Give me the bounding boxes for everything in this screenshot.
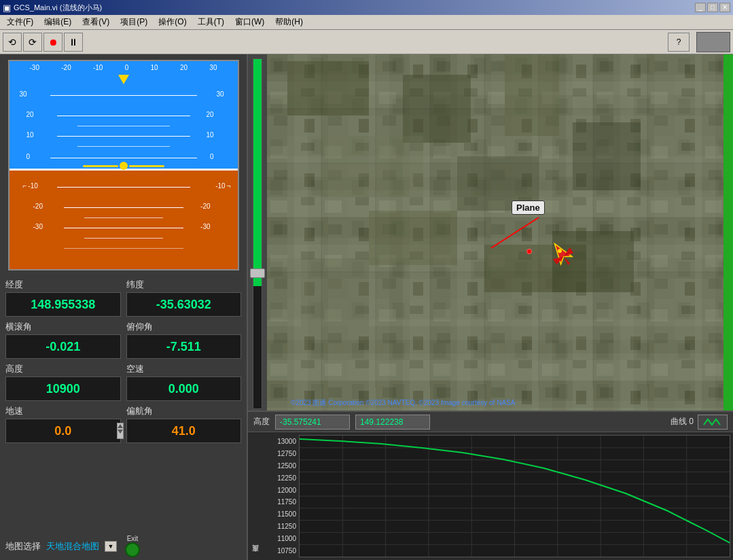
altitude-value: 10900 [5, 377, 121, 401]
y-tick-12750: 12750 [262, 450, 299, 457]
field-airspeed: 空速 0.000 [126, 363, 242, 401]
field-altitude: 高度 10900 [5, 363, 121, 401]
svg-rect-17 [321, 136, 423, 197]
menu-edit[interactable]: 编辑(E) [39, 15, 77, 29]
y-tick-11000: 11000 [262, 535, 299, 542]
menu-bar: 文件(F) 编辑(E) 查看(V) 项目(P) 操作(O) 工具(T) 窗口(W… [0, 15, 733, 30]
map-scale-bar[interactable]: 放大地图 0 1 2 3 4 5 6 7 [248, 54, 267, 410]
coord-x-input[interactable] [275, 415, 350, 430]
maximize-button[interactable]: □ [707, 3, 718, 12]
pitch-line-neg35 [84, 238, 163, 239]
menu-operate[interactable]: 操作(O) [153, 15, 192, 29]
roll-value: -0.021 [5, 334, 121, 359]
attitude-indicator: -30 -20 -10 0 10 20 30 30 30 20 20 [8, 60, 239, 270]
chart-svg [300, 436, 730, 557]
pitch-line-neg20: -20 -20 [64, 207, 183, 208]
chart-area: 高度 13000 12750 12500 12250 12000 11750 1… [248, 432, 733, 560]
latitude-label: 纬度 [126, 279, 242, 291]
chart-canvas [299, 435, 730, 557]
field-latitude: 纬度 -35.63032 [126, 279, 242, 317]
y-tick-11750: 11750 [262, 498, 299, 506]
bank-pointer-triangle [118, 75, 129, 84]
menu-help[interactable]: 帮助(H) [270, 15, 308, 29]
scale-bar-track[interactable]: 0 1 2 3 4 5 6 7 8 9 10 11 12 13 [253, 58, 262, 409]
pitch-line-neg25 [84, 217, 163, 218]
aircraft-wings [83, 162, 164, 170]
map-select-row: 地图选择 天地混合地图 ▼ Exit [0, 532, 247, 560]
row-gndspeed-heading: 地速 0.0 偏航角 41.0 [5, 405, 241, 443]
curve-wave-icon [702, 417, 723, 427]
record-button[interactable]: ⏺ [43, 33, 62, 52]
right-panel: 放大地图 0 1 2 3 4 5 6 7 [248, 54, 733, 560]
bank-mark-pos30: 30 [209, 64, 217, 71]
map-select-dropdown[interactable]: ▼ [105, 541, 117, 552]
menu-view[interactable]: 查看(V) [77, 15, 115, 29]
airspeed-label: 空速 [126, 363, 242, 375]
exit-group: Exit [125, 535, 140, 557]
plane-label: Plane [512, 200, 545, 215]
pause-button[interactable]: ⏸ [64, 33, 83, 52]
pitch-line-neg30: -30 -30 [64, 228, 183, 228]
scroll-down-arrow [118, 430, 123, 434]
bank-mark-neg10: -10 [93, 64, 103, 71]
field-roll: 横滚角 -0.021 [5, 321, 121, 359]
minimize-button[interactable]: _ [695, 3, 706, 12]
altitude-label: 高度 [5, 363, 121, 375]
help-button[interactable]: ? [668, 33, 690, 52]
data-panel: 经度 148.955338 纬度 -35.63032 横滚角 -0.021 俯仰… [0, 273, 247, 532]
menu-file[interactable]: 文件(F) [1, 15, 39, 29]
pitch-label: 俯仰角 [126, 321, 242, 333]
redo-button[interactable]: ⟳ [23, 33, 42, 52]
window-title: GCS_Main.vi (流线的小马) [14, 3, 102, 13]
longitude-label: 经度 [5, 279, 121, 291]
curve-toggle[interactable] [698, 415, 728, 430]
ai-ground [10, 170, 238, 269]
svg-rect-22 [301, 258, 369, 326]
toolbar: ⟲ ⟳ ⏺ ⏸ ? [0, 30, 733, 54]
menu-project[interactable]: 项目(P) [115, 15, 153, 29]
svg-rect-14 [287, 61, 369, 116]
camera-preview [696, 32, 730, 52]
field-pitch: 俯仰角 -7.511 [126, 321, 242, 359]
window-controls: _ □ ✕ [695, 3, 730, 12]
close-button[interactable]: ✕ [719, 3, 730, 12]
exit-button[interactable] [125, 542, 140, 557]
airspeed-value: 0.000 [126, 377, 242, 401]
pitch-line-20: 20 20 [57, 116, 190, 116]
main-content: -30 -20 -10 0 10 20 30 30 30 20 20 [0, 54, 733, 560]
pitch-value: -7.511 [126, 334, 242, 359]
scale-thumb[interactable] [250, 268, 265, 278]
map-image: Plane ©2023 图通 Corporation ©2023 NAVTEQ,… [267, 54, 733, 410]
heading-field-wrapper: 41.0 [126, 419, 242, 443]
plane-arrow-line [478, 211, 573, 265]
pitch-line-neg40 [64, 248, 183, 249]
map-copyright: ©2023 图通 Corporation ©2023 NAVTEQ, ©2023… [291, 398, 515, 408]
curve-controls: 曲线 0 [671, 415, 728, 430]
map-area[interactable]: 放大地图 0 1 2 3 4 5 6 7 [248, 54, 733, 410]
latitude-value: -35.63032 [126, 292, 242, 317]
pitch-line-5 [77, 146, 170, 147]
roll-label: 横滚角 [5, 321, 121, 333]
map-select-label: 地图选择 [5, 540, 41, 553]
bank-mark-neg30: -30 [30, 64, 39, 71]
bank-mark-neg20: -20 [61, 64, 71, 71]
heading-scroll[interactable] [117, 423, 124, 439]
field-longitude: 经度 148.955338 [5, 279, 121, 317]
bank-scale: -30 -20 -10 0 10 20 30 [30, 64, 217, 71]
bank-mark-pos20: 20 [180, 64, 187, 71]
row-roll-pitch: 横滚角 -0.021 俯仰角 -7.511 [5, 321, 241, 359]
coord-y-input[interactable] [355, 415, 430, 430]
pitch-line-0: 0 0 [50, 158, 197, 158]
scale-bar-fill [253, 59, 262, 286]
title-bar-icon: ▣ [3, 3, 11, 13]
map-right-strip [723, 54, 733, 410]
y-tick-13000: 13000 [262, 438, 299, 445]
row-alt-airspeed: 高度 10900 空速 0.000 [5, 363, 241, 401]
undo-button[interactable]: ⟲ [3, 33, 22, 52]
menu-tools[interactable]: 工具(T) [192, 15, 230, 29]
svg-rect-20 [369, 211, 457, 265]
menu-window[interactable]: 窗口(W) [230, 15, 270, 29]
groundspeed-label: 地速 [5, 405, 121, 417]
curve-label: 曲线 0 [671, 416, 694, 427]
altitude-chart-label: 高度 [253, 416, 270, 427]
